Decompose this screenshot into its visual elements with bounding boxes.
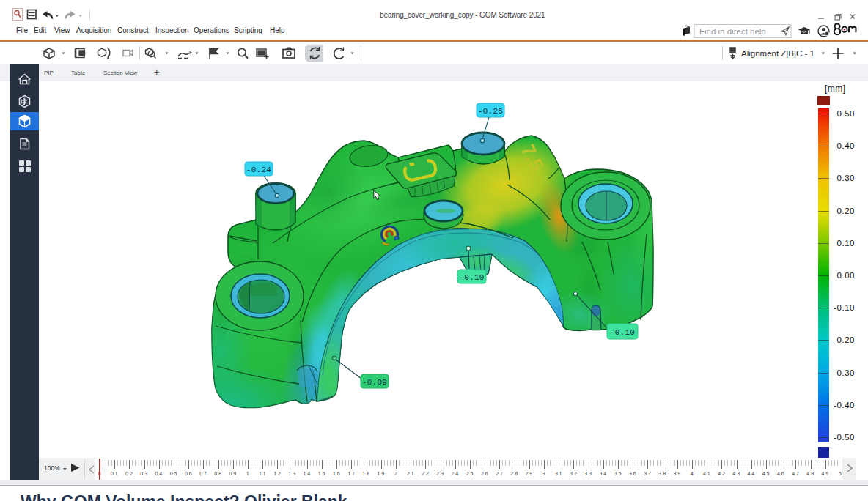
svg-text:-0.24: -0.24 (246, 166, 272, 174)
svg-text:-0.09: -0.09 (362, 378, 388, 387)
svg-text:Find in direct help: Find in direct help (699, 27, 766, 36)
svg-text:-0.10: -0.10 (610, 328, 636, 337)
svg-text:-0.25: -0.25 (478, 107, 504, 116)
svg-text:-0.10: -0.10 (459, 273, 485, 282)
svg-text:Alignment Z|B|C - 1: Alignment Z|B|C - 1 (741, 49, 814, 58)
